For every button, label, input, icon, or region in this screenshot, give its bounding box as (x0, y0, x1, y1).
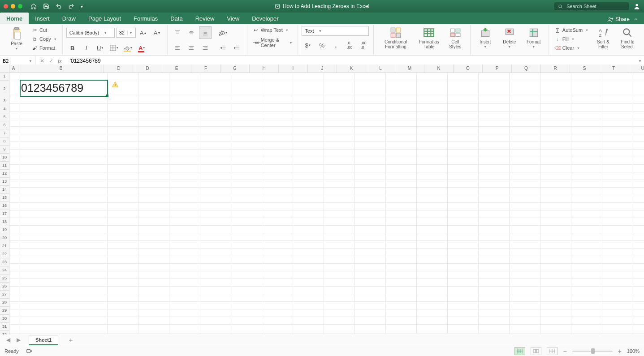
column-header-M[interactable]: M (395, 64, 424, 73)
cell-L17[interactable] (386, 203, 417, 210)
copy-button[interactable]: ⧉Copy▼ (30, 35, 59, 43)
cell-N2[interactable] (448, 80, 479, 96)
cell-S11[interactable] (602, 157, 633, 165)
cell-N32[interactable] (448, 317, 479, 325)
cell-K7[interactable] (355, 127, 386, 134)
cell-F4[interactable] (200, 104, 231, 112)
column-header-R[interactable]: R (541, 64, 570, 73)
cell-S23[interactable] (602, 249, 633, 256)
cell-A29[interactable] (9, 294, 20, 302)
cell-C4[interactable] (108, 104, 138, 112)
cell-J23[interactable] (324, 249, 355, 256)
cell-K14[interactable] (355, 180, 386, 188)
cell-styles-button[interactable]: Cell Styles (444, 26, 467, 50)
cell-C18[interactable] (108, 210, 138, 218)
cell-F22[interactable] (200, 241, 231, 249)
cell-J31[interactable] (324, 309, 355, 317)
cell-D18[interactable] (138, 210, 169, 218)
cell-M25[interactable] (417, 264, 448, 271)
cell-L28[interactable] (386, 287, 417, 294)
cell-S29[interactable] (602, 294, 633, 302)
cell-O1[interactable] (479, 73, 510, 80)
cell-Q22[interactable] (540, 241, 571, 249)
cell-O30[interactable] (479, 302, 510, 309)
tab-formulas[interactable]: Formulas (127, 13, 164, 24)
zoom-level[interactable]: 100% (627, 348, 640, 354)
cell-D12[interactable] (138, 165, 169, 172)
cell-I22[interactable] (293, 241, 324, 249)
cell-B29[interactable] (20, 294, 108, 302)
cell-C3[interactable] (108, 96, 138, 104)
cell-J12[interactable] (324, 165, 355, 172)
cell-E10[interactable] (169, 150, 200, 157)
cell-S2[interactable] (602, 80, 633, 96)
row-header-30[interactable]: 30 (0, 315, 9, 323)
cell-T33[interactable] (633, 325, 644, 332)
cell-Q20[interactable] (540, 226, 571, 233)
search-sheet-input[interactable] (566, 3, 621, 9)
cell-S31[interactable] (602, 309, 633, 317)
cell-G5[interactable] (231, 112, 262, 119)
cell-I7[interactable] (293, 127, 324, 134)
cell-C17[interactable] (108, 203, 138, 210)
italic-button[interactable]: I (80, 42, 93, 54)
cell-L22[interactable] (386, 241, 417, 249)
cell-A9[interactable] (9, 142, 20, 150)
column-header-P[interactable]: P (483, 64, 512, 73)
cell-Q32[interactable] (540, 317, 571, 325)
cell-H9[interactable] (262, 142, 293, 150)
cell-B32[interactable] (20, 317, 108, 325)
cell-N17[interactable] (448, 203, 479, 210)
cell-S30[interactable] (602, 302, 633, 309)
cell-A26[interactable] (9, 271, 20, 279)
align-middle-icon[interactable] (185, 26, 198, 39)
cell-K23[interactable] (355, 249, 386, 256)
cell-Q6[interactable] (540, 119, 571, 127)
cell-J3[interactable] (324, 96, 355, 104)
cell-Q15[interactable] (540, 188, 571, 195)
cell-P13[interactable] (510, 172, 540, 180)
cell-K32[interactable] (355, 317, 386, 325)
cell-A8[interactable] (9, 134, 20, 142)
cell-O14[interactable] (479, 180, 510, 188)
cell-C16[interactable] (108, 195, 138, 203)
cell-L13[interactable] (386, 172, 417, 180)
cut-button[interactable]: ✂Cut (30, 26, 59, 34)
cell-G9[interactable] (231, 142, 262, 150)
cell-C8[interactable] (108, 134, 138, 142)
cell-Q19[interactable] (540, 218, 571, 226)
cell-R30[interactable] (571, 302, 602, 309)
cell-S12[interactable] (602, 165, 633, 172)
cell-O2[interactable] (479, 80, 510, 96)
cell-J4[interactable] (324, 104, 355, 112)
cell-I10[interactable] (293, 150, 324, 157)
cell-Q24[interactable] (540, 256, 571, 264)
cell-K1[interactable] (355, 73, 386, 80)
cell-B17[interactable] (20, 203, 108, 210)
sort-filter-button[interactable]: AZSort & Filter (592, 26, 614, 50)
cell-Q31[interactable] (540, 309, 571, 317)
cell-B22[interactable] (20, 241, 108, 249)
cell-J19[interactable] (324, 218, 355, 226)
cell-A19[interactable] (9, 218, 20, 226)
cell-Q33[interactable] (540, 325, 571, 332)
cell-P31[interactable] (510, 309, 540, 317)
cell-Q27[interactable] (540, 279, 571, 287)
cell-F11[interactable] (200, 157, 231, 165)
cell-A24[interactable] (9, 256, 20, 264)
cell-F33[interactable] (200, 325, 231, 332)
cell-B21[interactable] (20, 233, 108, 241)
row-header-1[interactable]: 1 (0, 73, 9, 81)
cell-F7[interactable] (200, 127, 231, 134)
cell-M11[interactable] (417, 157, 448, 165)
cell-N21[interactable] (448, 233, 479, 241)
cell-G32[interactable] (231, 317, 262, 325)
cell-S9[interactable] (602, 142, 633, 150)
decrease-decimal-icon[interactable]: .00.0 (357, 39, 370, 51)
cell-O32[interactable] (479, 317, 510, 325)
cell-P10[interactable] (510, 150, 540, 157)
cell-L16[interactable] (386, 195, 417, 203)
cell-P5[interactable] (510, 112, 540, 119)
cell-R10[interactable] (571, 150, 602, 157)
cell-J8[interactable] (324, 134, 355, 142)
